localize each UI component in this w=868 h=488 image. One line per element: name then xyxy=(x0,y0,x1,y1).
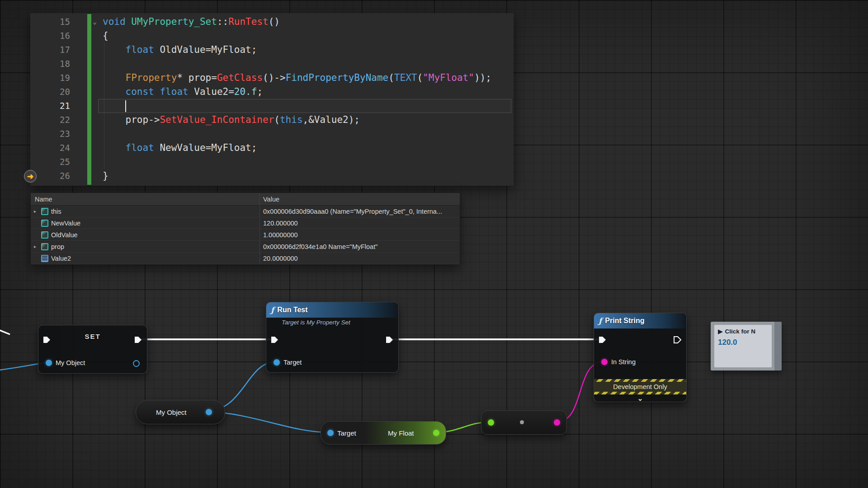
code-token: SetValue_InContainer xyxy=(160,114,274,125)
my-object-getter-node[interactable]: My Object xyxy=(136,400,225,424)
line-number: 15 xyxy=(30,15,70,29)
wire-object-pill-to-myfloat-target xyxy=(208,412,329,432)
line-number: 25 xyxy=(30,155,70,169)
expand-arrow-icon[interactable]: ▸ xyxy=(31,244,41,249)
watch-value: 20.0000000 xyxy=(263,255,456,262)
watch-value: 120.000000 xyxy=(263,220,456,227)
text-caret xyxy=(125,100,126,112)
watch-name: OldValue xyxy=(51,231,78,239)
run-test-subtitle: Target is My Property Set xyxy=(282,319,350,326)
code-token: ( xyxy=(388,72,394,83)
column-header-name[interactable]: Name xyxy=(31,196,52,203)
conversion-dot-icon xyxy=(520,420,524,424)
object-in-pin[interactable] xyxy=(46,360,52,366)
fold-chevron-icon[interactable]: ⌄ xyxy=(93,15,97,29)
code-token: float xyxy=(160,86,188,97)
exec-out-pin[interactable] xyxy=(134,336,142,343)
watch-row[interactable]: NewValue120.000000 xyxy=(31,217,460,229)
line-number: 21 xyxy=(30,99,70,113)
exec-in-pin[interactable] xyxy=(43,336,51,343)
float-out-pin[interactable] xyxy=(433,430,439,436)
code-line[interactable]: 24 float NewValue=MyFloat; xyxy=(30,141,514,155)
code-line[interactable]: 23 xyxy=(30,127,514,141)
code-line[interactable]: 19 FProperty* prop=GetClass()->FindPrope… xyxy=(30,71,514,85)
watch-value: 1.00000000 xyxy=(263,231,456,239)
code-token: this xyxy=(280,114,303,125)
target-pin[interactable] xyxy=(274,359,280,366)
function-icon: ƒ xyxy=(599,316,602,325)
float-to-string-conversion-node[interactable] xyxy=(481,410,567,435)
code-token: float xyxy=(126,142,154,153)
code-text xyxy=(103,99,514,113)
run-test-title: Run Test xyxy=(277,306,307,314)
exec-in-pin[interactable] xyxy=(271,336,279,343)
code-line[interactable]: 21 xyxy=(30,99,514,113)
get-myfloat-node[interactable]: Target My Float xyxy=(321,421,446,445)
code-text: ⌄void UMyProperty_Set::RunTest() xyxy=(103,15,514,29)
exec-out-pin[interactable] xyxy=(674,336,682,343)
watch-row[interactable]: OldValue1.00000000 xyxy=(31,229,460,241)
target-pin[interactable] xyxy=(327,430,334,436)
debug-watch-panel[interactable]: Name Value ▸this0x000006d30d90aaa0 (Name… xyxy=(30,192,460,265)
wire-exec-stub xyxy=(0,328,10,334)
play-icon: ▶ xyxy=(718,328,722,335)
exec-out-pin[interactable] xyxy=(386,336,394,343)
code-editor-panel[interactable]: 15⌄void UMyProperty_Set::RunTest()16{17 … xyxy=(30,13,514,186)
variable-cube-icon xyxy=(41,231,51,239)
object-out-pin[interactable] xyxy=(206,409,212,415)
watch-bubble-title: Click for N xyxy=(725,328,755,335)
run-test-node[interactable]: ƒ Run Test Target is My Property Set Tar… xyxy=(266,302,399,373)
print-string-node[interactable]: ƒ Print String In String Development Onl… xyxy=(594,313,687,402)
set-node-title: SET xyxy=(38,333,147,340)
code-line[interactable]: 15⌄void UMyProperty_Set::RunTest() xyxy=(30,15,514,29)
code-line[interactable]: 16{ xyxy=(30,29,514,43)
line-number: 18 xyxy=(30,57,70,71)
code-token: () xyxy=(269,16,280,27)
code-token: ,&Value2); xyxy=(303,114,360,125)
column-divider[interactable] xyxy=(259,193,260,264)
line-number: 22 xyxy=(30,113,70,127)
code-token: ; xyxy=(257,86,263,97)
watch-name: NewValue xyxy=(51,220,80,227)
execution-pointer-icon: ➜ xyxy=(24,170,37,183)
line-number: 24 xyxy=(30,141,70,155)
code-token: TEXT xyxy=(394,72,417,83)
float-in-pin[interactable] xyxy=(488,419,494,426)
watch-name: Value2 xyxy=(51,255,71,262)
code-token: float xyxy=(126,44,154,55)
set-node[interactable]: SET My Object xyxy=(38,325,147,374)
code-text: FProperty* prop=GetClass()->FindProperty… xyxy=(103,71,514,85)
in-string-pin[interactable] xyxy=(601,359,608,365)
watch-row[interactable]: Value220.0000000 xyxy=(31,253,460,264)
expand-arrow-icon[interactable]: ▸ xyxy=(31,209,41,214)
code-line[interactable]: 20 const float Value2=20.f; xyxy=(30,85,514,99)
my-float-label: My Float xyxy=(388,422,414,444)
code-line[interactable]: 17 float OldValue=MyFloat; xyxy=(30,43,514,57)
debug-watch-bubble[interactable]: ▶Click for N 120.0 xyxy=(711,322,782,371)
code-token: * prop= xyxy=(177,72,217,83)
development-only-label: Development Only xyxy=(594,382,686,392)
code-line[interactable]: 18 xyxy=(30,57,514,71)
function-icon: ƒ xyxy=(271,305,274,314)
code-token: GetClass xyxy=(217,72,263,83)
column-header-value[interactable]: Value xyxy=(263,196,279,203)
code-token xyxy=(154,86,160,97)
watch-row[interactable]: ▸prop0x000006d2f034e1a0 Name="MyFloat" xyxy=(31,241,460,253)
code-line[interactable]: 25 xyxy=(30,155,514,169)
collapse-chevron-icon[interactable]: ⌄ xyxy=(594,395,686,402)
object-in-pin-label: My Object xyxy=(56,359,85,366)
exec-in-pin[interactable] xyxy=(599,336,607,343)
target-label: Target xyxy=(337,422,356,444)
blueprint-graph-canvas[interactable]: SET My Object ƒ Run Test Target is My Pr… xyxy=(0,0,868,488)
code-text: float NewValue=MyFloat; xyxy=(103,141,514,155)
code-line[interactable]: 22 prop->SetValue_InContainer(this,&Valu… xyxy=(30,113,514,127)
code-line[interactable]: 26} xyxy=(30,169,514,183)
variable-cube-icon xyxy=(41,208,51,215)
watch-value: 0x000006d30d90aaa0 (Name="MyProperty_Set… xyxy=(263,208,456,215)
string-out-pin[interactable] xyxy=(554,419,560,426)
code-token: ( xyxy=(274,114,280,125)
object-out-pin[interactable] xyxy=(133,360,140,367)
watch-row[interactable]: ▸this0x000006d30d90aaa0 (Name="MyPropert… xyxy=(31,206,460,217)
in-string-pin-label: In String xyxy=(611,358,636,366)
watch-value: 0x000006d2f034e1a0 Name="MyFloat" xyxy=(263,243,456,250)
